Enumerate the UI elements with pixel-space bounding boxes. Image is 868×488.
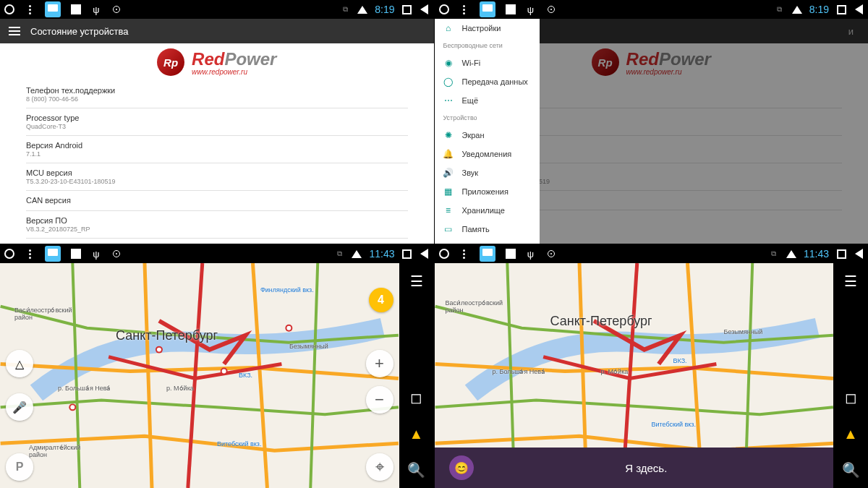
parking-button[interactable]: P bbox=[6, 453, 33, 481]
back-icon[interactable] bbox=[420, 4, 430, 14]
back-icon[interactable] bbox=[420, 249, 430, 259]
drawer-item-apps[interactable]: ▦Приложения bbox=[435, 182, 540, 201]
drawer-item-data[interactable]: ◯Передача данных bbox=[435, 72, 540, 91]
pane-device-status: 8:19 Состояние устройства Rp RedPower ww… bbox=[0, 0, 434, 244]
city-label: Санкт-Петербург bbox=[550, 314, 652, 329]
clock: 11:43 bbox=[804, 248, 829, 260]
menu-dots-icon[interactable] bbox=[459, 249, 469, 259]
river-label: р. Больша́я Нева́ bbox=[58, 385, 111, 392]
gallery-icon[interactable] bbox=[506, 249, 516, 259]
map-canvas[interactable]: Санкт-Петербург Васи́леостро́вский район… bbox=[0, 263, 399, 488]
recents-icon[interactable] bbox=[836, 249, 846, 259]
logo-url: www.redpower.ru bbox=[192, 68, 276, 76]
district-label: Безымянный bbox=[724, 328, 763, 335]
locate-button[interactable]: ⌖ bbox=[366, 453, 393, 481]
zoom-in-button[interactable]: + bbox=[366, 350, 393, 377]
clock: 8:19 bbox=[375, 4, 394, 15]
wifi-icon bbox=[352, 250, 362, 258]
map-sidebar: ☰ ◻ ▲ 🔍 bbox=[833, 263, 868, 488]
page-title: Состояние устройства bbox=[30, 26, 128, 37]
location-icon bbox=[546, 249, 556, 259]
app-icon[interactable] bbox=[45, 1, 61, 17]
home-circle-icon[interactable] bbox=[4, 249, 14, 259]
home-circle-icon[interactable] bbox=[4, 4, 14, 14]
recents-icon[interactable] bbox=[402, 249, 412, 259]
gallery-icon[interactable] bbox=[71, 249, 81, 259]
navigate-icon[interactable]: ▲ bbox=[409, 426, 425, 442]
info-row[interactable]: Processor typeQuadCore-T3 bbox=[26, 108, 408, 136]
svg-point-4 bbox=[157, 348, 161, 352]
menu-dots-icon[interactable] bbox=[25, 4, 35, 14]
wifi-icon bbox=[792, 6, 802, 14]
add-event-button[interactable]: △ bbox=[6, 350, 33, 377]
app-icon[interactable] bbox=[45, 246, 61, 262]
more-icon: ⋯ bbox=[443, 95, 454, 106]
menu-icon[interactable]: ☰ bbox=[843, 273, 859, 289]
memory-icon: ▭ bbox=[443, 224, 454, 234]
drawer-item-settings[interactable]: ⌂Настройки bbox=[435, 19, 540, 38]
bookmark-icon[interactable]: ◻ bbox=[409, 390, 425, 406]
info-row[interactable]: MCU версияT5.3.20-23-10-E43101-180519 bbox=[26, 163, 408, 191]
map-canvas[interactable]: Санкт-Петербург Васи́леостро́вский район… bbox=[435, 263, 834, 488]
alice-avatar-icon[interactable]: 😊 bbox=[449, 455, 474, 480]
menu-dots-icon[interactable] bbox=[459, 4, 469, 14]
back-icon[interactable] bbox=[854, 4, 864, 14]
home-circle-icon[interactable] bbox=[439, 4, 449, 14]
logo-area: Rp RedPower www.redpower.ru bbox=[0, 43, 434, 81]
poi-label: ВКЗ. bbox=[239, 372, 252, 379]
voice-assistant-panel[interactable]: 😊 Я здесь. bbox=[435, 448, 834, 488]
drawer-item-notifications[interactable]: 🔔Уведомления bbox=[435, 145, 540, 163]
drawer-item-memory[interactable]: ▭Память bbox=[435, 220, 540, 239]
drawer-item-wifi[interactable]: ◉Wi-Fi bbox=[435, 53, 540, 72]
map-sidebar: ☰ ◻ ▲ 🔍 bbox=[399, 263, 434, 488]
usb-icon bbox=[526, 249, 536, 259]
app-icon[interactable] bbox=[480, 246, 495, 262]
home-circle-icon[interactable] bbox=[439, 249, 449, 259]
home-icon: ⌂ bbox=[443, 23, 454, 33]
poi-label: Витебский вкз. bbox=[217, 440, 261, 448]
drawer-item-storage[interactable]: ≡Хранилище bbox=[435, 201, 540, 220]
usb-icon bbox=[526, 4, 536, 14]
svg-point-2 bbox=[70, 405, 75, 409]
info-row[interactable]: CAN версия bbox=[26, 191, 408, 211]
drawer-item-more[interactable]: ⋯Ещё bbox=[435, 91, 540, 110]
drawer-item-sound[interactable]: 🔊Звук bbox=[435, 163, 540, 182]
svg-point-8 bbox=[286, 326, 291, 330]
search-icon[interactable]: 🔍 bbox=[843, 462, 859, 478]
wifi-icon: ◉ bbox=[443, 58, 454, 68]
info-row[interactable]: Версия Android7.1.1 bbox=[26, 136, 408, 163]
voice-response-text: Я здесь. bbox=[474, 462, 820, 474]
search-icon[interactable]: 🔍 bbox=[409, 462, 425, 478]
info-row[interactable]: Версия ПОV8.3.2_20180725_RP bbox=[26, 211, 408, 239]
usb-icon bbox=[91, 4, 101, 14]
gallery-icon[interactable] bbox=[71, 4, 81, 14]
city-label: Санкт-Петербург bbox=[116, 328, 218, 343]
location-icon bbox=[546, 4, 556, 14]
gallery-icon[interactable] bbox=[506, 4, 516, 14]
menu-dots-icon[interactable] bbox=[25, 249, 35, 259]
apps-icon: ▦ bbox=[443, 187, 454, 197]
clock: 11:43 bbox=[369, 248, 394, 260]
drawer-item-display[interactable]: ✺Экран bbox=[435, 126, 540, 145]
voice-search-button[interactable]: 🎤 bbox=[6, 393, 33, 421]
back-icon[interactable] bbox=[854, 249, 864, 259]
bookmark-icon[interactable]: ◻ bbox=[843, 390, 859, 406]
zoom-out-button[interactable]: − bbox=[366, 386, 393, 414]
status-bar: 8:19 bbox=[435, 0, 869, 19]
recents-icon[interactable] bbox=[402, 4, 412, 14]
status-bar: 8:19 bbox=[0, 0, 434, 19]
app-icon[interactable] bbox=[480, 1, 495, 17]
sound-icon: 🔊 bbox=[443, 168, 454, 178]
hamburger-icon[interactable] bbox=[9, 27, 20, 35]
district-label: Васи́леостро́вский район bbox=[446, 299, 503, 314]
pane-navigator-voice: 11:43 Санкт-Петербург Васи́леостро́вский… bbox=[435, 244, 869, 488]
bell-icon: 🔔 bbox=[443, 149, 454, 159]
district-label: Адмиралте́йский район bbox=[29, 444, 80, 458]
info-row[interactable]: Телефон тех.поддержки8 (800) 700-46-56 bbox=[26, 81, 408, 108]
navigate-icon[interactable]: ▲ bbox=[843, 426, 859, 442]
recents-icon[interactable] bbox=[836, 4, 846, 14]
bluetooth-icon bbox=[334, 249, 344, 259]
traffic-level-badge[interactable]: 4 bbox=[369, 288, 393, 312]
district-label: Безымянный bbox=[289, 343, 328, 350]
menu-icon[interactable]: ☰ bbox=[409, 273, 425, 289]
